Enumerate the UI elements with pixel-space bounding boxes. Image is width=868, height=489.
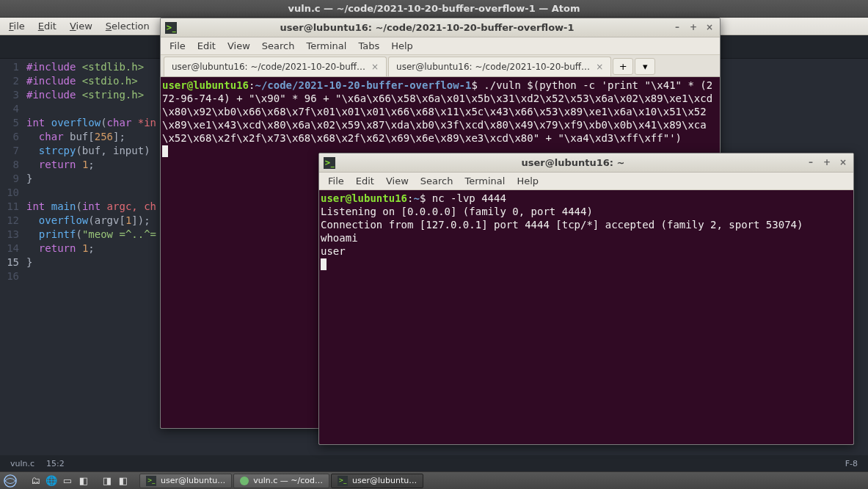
close-icon[interactable]: ×	[596, 62, 603, 72]
topbar-title: vuln.c — ~/code/2021-10-20-buffer-overfl…	[288, 3, 580, 14]
terminal-icon: >_	[146, 476, 156, 486]
workspace-icon[interactable]: ◧	[76, 474, 91, 488]
menu-terminal[interactable]: Terminal	[459, 174, 511, 188]
taskbar: 🗂 🌐 ▭ ◧ ◨ ◧ >_ user@lubuntu… vuln.c — ~/…	[0, 471, 868, 489]
close-button[interactable]: ×	[837, 157, 849, 169]
titlebar[interactable]: >_ user@lubuntu16: ~ – + ×	[319, 153, 853, 173]
atom-gutter: 1 2 3 4 5 6 7 8 9 10 11 12 13 14 15 16	[0, 59, 26, 455]
window-title: user@lubuntu16: ~	[341, 157, 805, 168]
menu-help[interactable]: Help	[511, 174, 544, 188]
menu-terminal[interactable]: Terminal	[300, 39, 352, 53]
terminal-tabbar: user@lubuntu16: ~/code/2021-10-20-buff… …	[161, 55, 720, 77]
terminal-menubar: File Edit View Search Terminal Help	[319, 173, 853, 190]
taskbar-item-atom[interactable]: vuln.c — ~/cod…	[233, 474, 329, 488]
cursor	[162, 145, 168, 157]
menu-edit[interactable]: Edit	[32, 19, 62, 33]
cursor	[321, 258, 327, 270]
menu-help[interactable]: Help	[385, 39, 419, 53]
terminal-icon: >_	[324, 157, 335, 169]
svg-point-0	[4, 474, 16, 486]
tile-right-icon[interactable]: ◧	[116, 474, 131, 488]
menu-search[interactable]: Search	[415, 174, 459, 188]
maximize-button[interactable]: +	[688, 22, 699, 34]
atom-icon	[240, 477, 249, 485]
menu-view[interactable]: View	[222, 39, 256, 53]
terminal-icon: >_	[338, 476, 348, 486]
terminal-menubar: File Edit View Search Terminal Tabs Help	[161, 37, 720, 55]
start-menu-icon[interactable]	[1, 473, 19, 489]
new-tab-button[interactable]: +	[613, 58, 633, 75]
status-file[interactable]: vuln.c	[10, 459, 34, 468]
menu-edit[interactable]: Edit	[192, 39, 222, 53]
terminal-icon: >_	[165, 22, 177, 34]
desktop-topbar: vuln.c — ~/code/2021-10-20-buffer-overfl…	[0, 0, 868, 18]
status-encoding[interactable]: F-8	[845, 459, 858, 468]
window-title: user@lubuntu16: ~/code/2021-10-20-buffer…	[183, 22, 671, 33]
file-manager-icon[interactable]: 🗂	[28, 474, 43, 488]
menu-file[interactable]: File	[164, 39, 192, 53]
close-icon[interactable]: ×	[371, 62, 379, 72]
menu-search[interactable]: Search	[256, 39, 301, 53]
tab-menu-button[interactable]: ▾	[635, 58, 655, 75]
menu-selection[interactable]: Selection	[100, 19, 156, 33]
minimize-button[interactable]: –	[805, 157, 817, 169]
terminal-window-2: >_ user@lubuntu16: ~ – + × File Edit Vie…	[318, 153, 854, 445]
terminal-tab-1[interactable]: user@lubuntu16: ~/code/2021-10-20-buff… …	[164, 57, 387, 76]
menu-file[interactable]: File	[322, 174, 350, 188]
terminal-body[interactable]: user@lubuntu16:~$ nc -lvp 4444 Listening…	[319, 190, 853, 444]
show-desktop-icon[interactable]: ▭	[60, 474, 75, 488]
status-pos[interactable]: 15:2	[46, 459, 65, 468]
terminal-tab-2[interactable]: user@lubuntu16: ~/code/2021-10-20-buff… …	[388, 57, 611, 76]
menu-file[interactable]: File	[3, 19, 31, 33]
titlebar[interactable]: >_ user@lubuntu16: ~/code/2021-10-20-buf…	[161, 18, 720, 37]
taskbar-item-terminal-2[interactable]: >_ user@lubuntu…	[331, 474, 423, 488]
taskbar-item-terminal-1[interactable]: >_ user@lubuntu…	[139, 474, 232, 488]
menu-view[interactable]: View	[380, 174, 415, 188]
tile-left-icon[interactable]: ◨	[100, 474, 114, 488]
menu-tabs[interactable]: Tabs	[352, 39, 385, 53]
atom-statusbar: vuln.c 15:2 F-8	[0, 455, 868, 471]
minimize-button[interactable]: –	[671, 22, 683, 34]
close-button[interactable]: ×	[704, 22, 715, 34]
browser-icon[interactable]: 🌐	[44, 474, 59, 488]
menu-view[interactable]: View	[64, 19, 98, 33]
menu-edit[interactable]: Edit	[350, 174, 380, 188]
maximize-button[interactable]: +	[821, 157, 833, 169]
